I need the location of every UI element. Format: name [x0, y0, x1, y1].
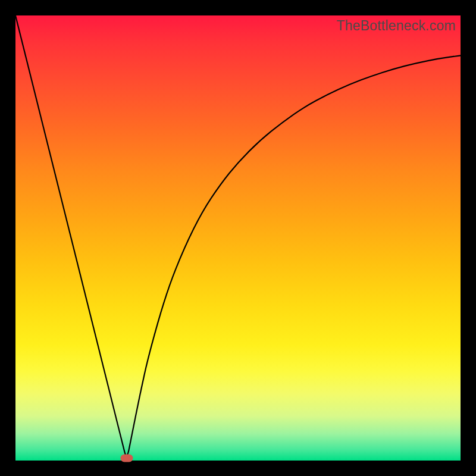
bottleneck-curve-path	[15, 15, 461, 456]
watermark-text: TheBottleneck.com	[337, 18, 456, 34]
curve-svg	[15, 15, 461, 461]
minimum-marker	[121, 455, 133, 462]
plot-area: TheBottleneck.com	[15, 15, 461, 461]
chart-container: TheBottleneck.com	[0, 0, 476, 476]
